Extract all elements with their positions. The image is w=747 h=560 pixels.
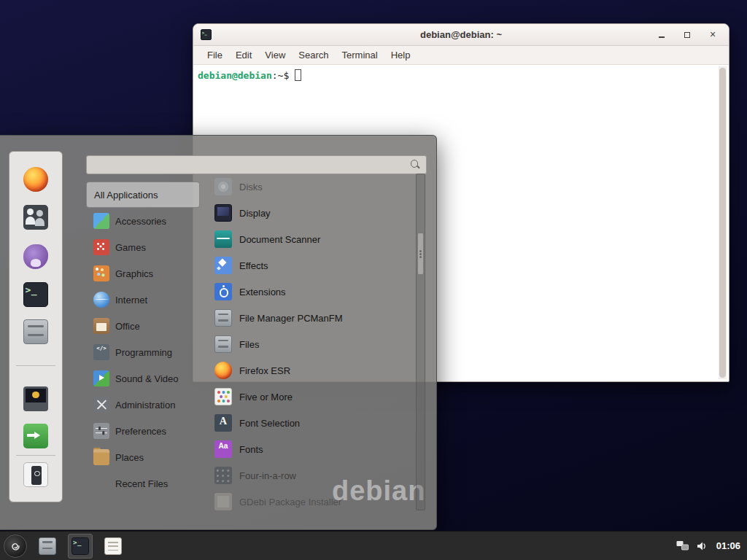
taskbar-text-editor[interactable] [101, 534, 125, 559]
debian-swirl-icon [9, 540, 22, 553]
shutdown-icon [23, 462, 48, 487]
administration-icon [93, 397, 109, 413]
app-display[interactable]: Display [210, 200, 414, 226]
app-document-scanner[interactable]: Document Scanner [210, 226, 414, 252]
clock[interactable]: 01:06 [716, 540, 740, 551]
favorites-divider [16, 365, 55, 366]
menu-terminal[interactable]: Terminal [336, 50, 384, 61]
terminal-scrollbar-thumb[interactable] [719, 68, 726, 378]
fonts-icon [214, 440, 232, 458]
taskbar-terminal[interactable] [68, 534, 93, 559]
display-icon [214, 204, 232, 222]
app-label: Four-in-a-row [239, 470, 296, 481]
volume-icon[interactable] [697, 541, 708, 551]
app-label: Extensions [239, 287, 286, 298]
pidgin-icon [23, 244, 48, 269]
close-icon[interactable]: × [708, 31, 717, 39]
category-all-applications[interactable]: All Applications [86, 182, 200, 208]
app-font-selection[interactable]: Font Selection [210, 410, 414, 436]
programming-icon [93, 344, 109, 360]
favorite-logout[interactable] [23, 424, 48, 448]
file-manager-icon [39, 537, 56, 555]
app-files[interactable]: Files [210, 331, 414, 357]
terminal-icon [23, 282, 48, 307]
search-input[interactable] [92, 156, 410, 174]
app-five-or-more[interactable]: Five or More [210, 384, 414, 410]
menu-edit[interactable]: Edit [229, 50, 258, 61]
disks-icon [214, 178, 232, 195]
category-label: Programming [115, 347, 172, 358]
terminal-titlebar[interactable]: debian@debian: ~ × [193, 24, 729, 46]
category-label: Accessories [115, 216, 166, 227]
category-label: Games [115, 242, 146, 253]
favorite-pidgin[interactable] [23, 244, 48, 269]
category-accessories[interactable]: Accessories [86, 208, 200, 234]
taskbar-file-manager[interactable] [35, 534, 60, 559]
terminal-cursor [295, 69, 301, 81]
prompt-user: debian@debian [198, 70, 272, 81]
app-file-manager-pcmanfm[interactable]: File Manager PCManFM [210, 305, 414, 331]
scanner-icon [214, 230, 232, 248]
favorite-terminal[interactable] [23, 282, 48, 307]
terminal-icon [71, 537, 89, 555]
category-sound-video[interactable]: Sound & Video [86, 365, 200, 392]
app-label: Document Scanner [239, 234, 320, 245]
screensaver-icon [23, 386, 48, 411]
app-fonts[interactable]: Fonts [210, 436, 414, 462]
menu-view[interactable]: View [258, 50, 292, 61]
category-places[interactable]: Places [86, 444, 200, 470]
users-icon [23, 205, 48, 230]
places-icon [93, 449, 109, 465]
terminal-window-icon [201, 29, 212, 40]
app-label: GDebi Package Installer [239, 497, 341, 508]
text-editor-icon [104, 537, 122, 555]
app-label: Firefox ESR [239, 365, 290, 376]
category-preferences[interactable]: Preferences [86, 418, 200, 444]
category-label: All Applications [94, 190, 158, 201]
firefox-icon [214, 362, 232, 379]
app-label: Font Selection [239, 418, 300, 429]
category-internet[interactable]: Internet [86, 287, 200, 313]
file-cabinet-icon [214, 309, 232, 327]
minimize-icon[interactable] [657, 31, 666, 39]
category-games[interactable]: Games [86, 234, 200, 260]
apps-scrollbar-thumb[interactable] [417, 233, 424, 275]
category-graphics[interactable]: Graphics [86, 260, 200, 287]
maximize-icon[interactable] [683, 31, 692, 39]
category-label: Sound & Video [115, 373, 179, 384]
app-firefox-esr[interactable]: Firefox ESR [210, 357, 414, 384]
app-gdebi-package-installer[interactable]: GDebi Package Installer [210, 489, 414, 515]
favorite-shutdown[interactable] [23, 462, 48, 487]
app-disks[interactable]: Disks [210, 174, 414, 200]
blank-icon [93, 475, 109, 491]
menu-search[interactable]: Search [292, 50, 335, 61]
category-administration[interactable]: Administration [86, 392, 200, 418]
apps-scrollbar[interactable] [416, 174, 425, 510]
menu-help[interactable]: Help [384, 50, 417, 61]
category-list: All Applications Accessories Games Graph… [86, 182, 200, 497]
app-effects[interactable]: Effects [210, 252, 414, 279]
favorite-firefox[interactable] [23, 167, 48, 192]
search-icon[interactable] [410, 160, 421, 171]
app-four-in-a-row[interactable]: Four-in-a-row [210, 462, 414, 489]
menu-button[interactable] [4, 534, 27, 558]
four-in-a-row-icon [214, 467, 232, 484]
graphics-icon [93, 265, 109, 281]
app-label: Disks [239, 182, 263, 192]
favorite-file-manager[interactable] [23, 319, 48, 344]
category-office[interactable]: Office [86, 313, 200, 339]
category-label: Preferences [115, 426, 166, 437]
terminal-title: debian@debian: ~ [193, 29, 729, 40]
category-programming[interactable]: Programming [86, 339, 200, 365]
category-recent-files[interactable]: Recent Files [86, 470, 200, 497]
menu-file[interactable]: File [201, 50, 229, 61]
accessories-icon [93, 213, 109, 229]
app-extensions[interactable]: Extensions [210, 279, 414, 305]
network-icon[interactable] [676, 540, 689, 551]
file-cabinet-icon [23, 319, 48, 344]
favorite-lock-screen[interactable] [23, 386, 48, 411]
favorite-users[interactable] [23, 205, 48, 230]
terminal-scrollbar[interactable] [719, 66, 727, 379]
app-label: Five or More [239, 392, 293, 402]
logout-icon [23, 424, 48, 448]
